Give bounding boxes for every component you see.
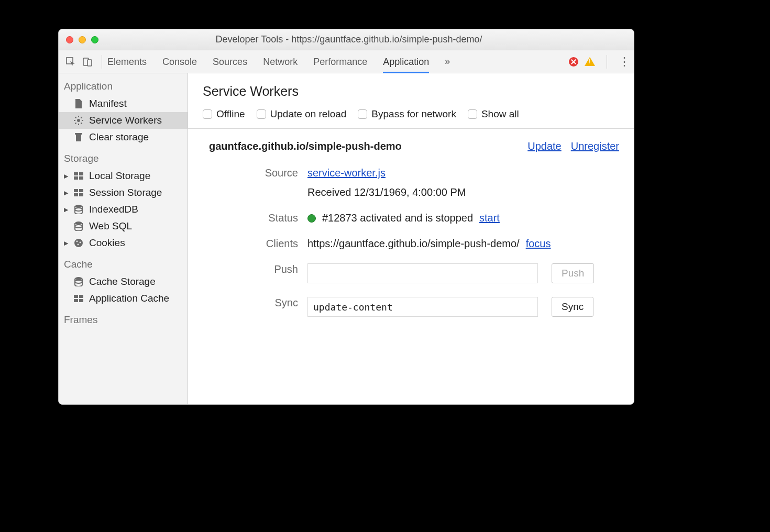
sidebar-item-cache-storage[interactable]: Cache Storage bbox=[59, 273, 188, 290]
separator bbox=[607, 55, 607, 69]
sidebar-section-storage: Storage bbox=[59, 146, 188, 168]
kebab-menu-icon[interactable]: ⋮ bbox=[619, 55, 630, 69]
source-received-text: Received 12/31/1969, 4:00:00 PM bbox=[307, 186, 619, 198]
svg-rect-21 bbox=[79, 193, 83, 196]
sidebar-item-service-workers[interactable]: Service Workers bbox=[59, 112, 188, 129]
status-text: #12873 activated and is stopped bbox=[322, 212, 473, 224]
sidebar-item-application-cache[interactable]: Application Cache bbox=[59, 290, 188, 307]
tab-sources[interactable]: Sources bbox=[213, 50, 247, 73]
svg-rect-19 bbox=[79, 189, 83, 192]
unregister-link[interactable]: Unregister bbox=[571, 140, 619, 152]
sidebar-item-websql[interactable]: Web SQL bbox=[59, 218, 188, 235]
tab-console[interactable]: Console bbox=[162, 50, 197, 73]
database-icon bbox=[73, 276, 84, 287]
devtools-window: Developer Tools - https://gauntface.gith… bbox=[58, 29, 634, 405]
show-all-checkbox[interactable]: Show all bbox=[468, 108, 519, 120]
trash-icon bbox=[73, 132, 84, 142]
origin-row: gauntface.github.io/simple-push-demo Upd… bbox=[188, 129, 634, 158]
source-label: Source bbox=[203, 167, 307, 179]
tab-performance[interactable]: Performance bbox=[313, 50, 367, 73]
push-label: Push bbox=[203, 263, 307, 275]
sidebar-item-label: Service Workers bbox=[89, 115, 162, 126]
source-file-link[interactable]: service-worker.js bbox=[307, 167, 619, 179]
table-icon bbox=[73, 293, 84, 304]
svg-rect-13 bbox=[75, 133, 82, 135]
svg-point-28 bbox=[80, 242, 81, 243]
panel-heading: Service Workers bbox=[203, 84, 619, 99]
svg-line-11 bbox=[81, 117, 82, 118]
start-link[interactable]: start bbox=[479, 212, 500, 224]
sync-label: Sync bbox=[203, 297, 307, 309]
sidebar-item-label: Manifest bbox=[89, 98, 127, 109]
svg-point-26 bbox=[74, 239, 83, 247]
checkbox-icon bbox=[468, 109, 477, 119]
table-icon bbox=[73, 171, 84, 181]
bypass-checkbox[interactable]: Bypass for network bbox=[358, 108, 456, 120]
window-titlebar: Developer Tools - https://gauntface.gith… bbox=[59, 29, 634, 50]
panel-header: Service Workers bbox=[188, 73, 634, 105]
focus-link[interactable]: focus bbox=[526, 238, 551, 250]
file-icon bbox=[73, 98, 84, 109]
application-sidebar: Application Manifest Service Workers Cle… bbox=[59, 73, 188, 404]
table-icon bbox=[73, 187, 84, 198]
clients-label: Clients bbox=[203, 238, 307, 250]
expand-arrow-icon[interactable]: ▶ bbox=[64, 206, 69, 213]
origin-text: gauntface.github.io/simple-push-demo bbox=[209, 140, 527, 152]
gear-icon bbox=[73, 115, 84, 126]
sidebar-item-cookies[interactable]: ▶ Cookies bbox=[59, 235, 188, 251]
svg-rect-18 bbox=[74, 189, 78, 192]
tab-application[interactable]: Application bbox=[383, 50, 429, 73]
sidebar-item-label: Cookies bbox=[89, 237, 125, 249]
offline-checkbox[interactable]: Offline bbox=[203, 108, 245, 120]
error-badge-icon[interactable] bbox=[569, 57, 578, 66]
separator bbox=[102, 55, 102, 69]
sw-options-row: Offline Update on reload Bypass for netw… bbox=[188, 105, 634, 129]
sidebar-item-label: Clear storage bbox=[89, 131, 149, 143]
devtools-toolbar: Elements Console Sources Network Perform… bbox=[59, 50, 634, 73]
svg-point-23 bbox=[75, 208, 82, 211]
checkbox-icon bbox=[203, 109, 212, 119]
warning-badge-icon[interactable] bbox=[585, 57, 595, 66]
expand-arrow-icon[interactable]: ▶ bbox=[64, 173, 69, 180]
inspect-icon[interactable] bbox=[63, 54, 79, 70]
status-dot-icon bbox=[307, 214, 316, 223]
window-title: Developer Tools - https://gauntface.gith… bbox=[71, 34, 626, 45]
tab-network[interactable]: Network bbox=[263, 50, 298, 73]
sidebar-item-manifest[interactable]: Manifest bbox=[59, 95, 188, 112]
tab-elements[interactable]: Elements bbox=[107, 50, 147, 73]
sync-input[interactable] bbox=[307, 297, 538, 317]
client-url: https://gauntface.github.io/simple-push-… bbox=[307, 238, 520, 250]
sidebar-item-indexeddb[interactable]: ▶ IndexedDB bbox=[59, 201, 188, 218]
sidebar-item-label: Session Storage bbox=[89, 187, 162, 198]
update-on-reload-checkbox[interactable]: Update on reload bbox=[257, 108, 347, 120]
sidebar-item-label: Application Cache bbox=[89, 293, 169, 304]
svg-rect-12 bbox=[76, 135, 81, 141]
status-label: Status bbox=[203, 212, 307, 224]
checkbox-icon bbox=[257, 109, 266, 119]
sw-detail-grid: Source service-worker.js Received 12/31/… bbox=[188, 158, 634, 341]
sidebar-section-application: Application bbox=[59, 73, 188, 95]
svg-line-8 bbox=[75, 117, 76, 118]
svg-rect-35 bbox=[79, 299, 83, 302]
svg-rect-20 bbox=[74, 193, 78, 196]
push-button[interactable]: Push bbox=[552, 263, 594, 283]
sidebar-item-local-storage[interactable]: ▶ Local Storage bbox=[59, 168, 188, 184]
svg-point-31 bbox=[75, 280, 82, 283]
cookie-icon bbox=[73, 238, 84, 248]
panel-tabs: Elements Console Sources Network Perform… bbox=[107, 50, 450, 73]
expand-arrow-icon[interactable]: ▶ bbox=[64, 240, 69, 247]
sidebar-item-session-storage[interactable]: ▶ Session Storage bbox=[59, 184, 188, 201]
svg-point-3 bbox=[77, 119, 80, 122]
sidebar-item-clear-storage[interactable]: Clear storage bbox=[59, 129, 188, 146]
expand-arrow-icon[interactable]: ▶ bbox=[64, 190, 69, 196]
push-input[interactable] bbox=[307, 263, 538, 283]
more-tabs-icon[interactable]: » bbox=[445, 56, 450, 67]
checkbox-label: Offline bbox=[216, 108, 245, 120]
update-link[interactable]: Update bbox=[527, 140, 562, 152]
svg-rect-15 bbox=[79, 172, 83, 175]
svg-rect-17 bbox=[79, 176, 83, 180]
sync-button[interactable]: Sync bbox=[552, 297, 593, 317]
svg-rect-34 bbox=[74, 299, 78, 302]
device-toggle-icon[interactable] bbox=[80, 54, 95, 70]
svg-point-27 bbox=[76, 241, 78, 242]
